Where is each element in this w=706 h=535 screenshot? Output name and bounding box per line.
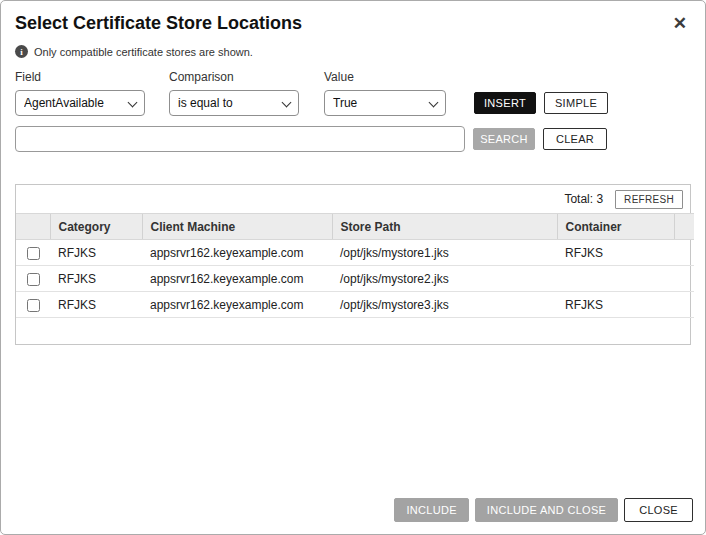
dialog-header: Select Certificate Store Locations ✕ [1, 1, 705, 34]
page-title: Select Certificate Store Locations [15, 13, 302, 34]
results-panel: Total: 3 REFRESH Category Client Machine… [15, 184, 691, 345]
column-header-end [674, 214, 694, 240]
field-select[interactable]: AgentAvailable [15, 90, 145, 116]
clear-button[interactable]: CLEAR [543, 128, 607, 150]
results-topbar: Total: 3 REFRESH [16, 185, 690, 213]
column-header-category: Category [50, 214, 142, 240]
column-header-store-path: Store Path [332, 214, 557, 240]
cell-store-path: /opt/jks/mystore1.jks [332, 240, 557, 266]
table-row: RFJKS appsrvr162.keyexample.com /opt/jks… [16, 266, 694, 292]
cell-category: RFJKS [50, 240, 142, 266]
insert-button[interactable]: INSERT [474, 92, 536, 114]
cell-end [674, 266, 694, 292]
query-input[interactable] [15, 126, 465, 152]
cell-end [674, 240, 694, 266]
cell-category: RFJKS [50, 292, 142, 318]
comparison-label: Comparison [169, 70, 299, 84]
search-button[interactable]: SEARCH [473, 128, 535, 150]
close-icon[interactable]: ✕ [669, 13, 691, 34]
column-header-client-machine: Client Machine [142, 214, 332, 240]
cell-store-path: /opt/jks/mystore2.jks [332, 266, 557, 292]
select-column-header [16, 214, 50, 240]
cell-client-machine: appsrvr162.keyexample.com [142, 266, 332, 292]
row-checkbox[interactable] [27, 299, 40, 312]
simple-button[interactable]: SIMPLE [544, 92, 608, 114]
cell-end [674, 292, 694, 318]
value-select[interactable]: True [324, 90, 446, 116]
row-checkbox[interactable] [27, 247, 40, 260]
info-icon: i [15, 45, 28, 58]
table-row: RFJKS appsrvr162.keyexample.com /opt/jks… [16, 240, 694, 266]
comparison-select[interactable]: is equal to [169, 90, 299, 116]
filter-area: Field AgentAvailable Comparison is equal… [1, 58, 705, 152]
table-row: RFJKS appsrvr162.keyexample.com /opt/jks… [16, 292, 694, 318]
include-button[interactable]: INCLUDE [394, 498, 468, 522]
row-checkbox[interactable] [27, 273, 40, 286]
footer-actions: INCLUDE INCLUDE AND CLOSE CLOSE [394, 498, 693, 522]
value-label: Value [324, 70, 446, 84]
info-text: Only compatible certificate stores are s… [34, 46, 253, 58]
cell-container [557, 266, 674, 292]
cell-client-machine: appsrvr162.keyexample.com [142, 240, 332, 266]
total-count: Total: 3 [564, 192, 603, 206]
cell-container: RFJKS [557, 240, 674, 266]
cell-client-machine: appsrvr162.keyexample.com [142, 292, 332, 318]
table-header-row: Category Client Machine Store Path Conta… [16, 214, 694, 240]
info-row: i Only compatible certificate stores are… [1, 34, 705, 58]
select-certificate-store-dialog: { "dialog": { "title": "Select Certifica… [0, 0, 706, 535]
column-header-container: Container [557, 214, 674, 240]
cell-store-path: /opt/jks/mystore3.jks [332, 292, 557, 318]
store-locations-table: Category Client Machine Store Path Conta… [16, 213, 694, 318]
close-button[interactable]: CLOSE [624, 498, 693, 522]
refresh-button[interactable]: REFRESH [615, 190, 683, 209]
include-and-close-button[interactable]: INCLUDE AND CLOSE [475, 498, 618, 522]
cell-container: RFJKS [557, 292, 674, 318]
field-label: Field [15, 70, 145, 84]
cell-category: RFJKS [50, 266, 142, 292]
